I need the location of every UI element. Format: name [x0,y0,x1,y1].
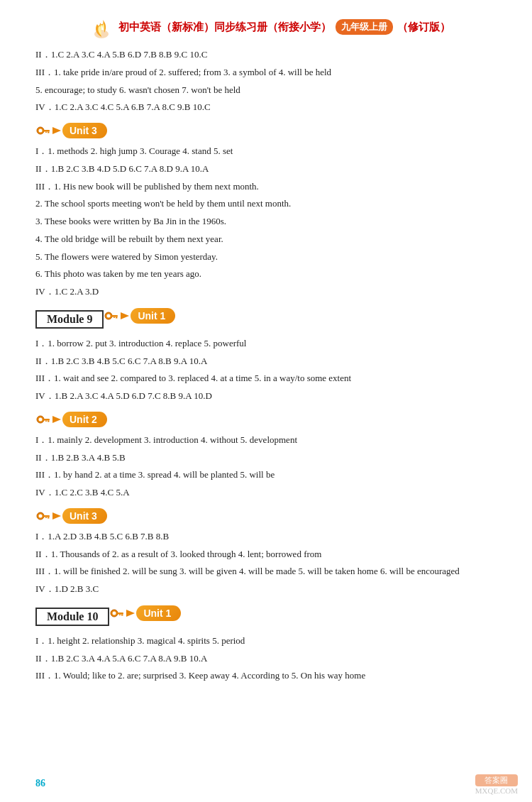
watermark: 答案圈 MXQE.COM [475,774,518,795]
answer-line: II．1.C 2.A 3.C 4.A 5.B 6.D 7.B 8.B 9.C 1… [35,47,504,63]
unit-label: Unit 2 [62,412,107,427]
content-area: II．1.C 2.A 3.C 4.A 5.B 6.D 7.B 8.B 9.C 1… [35,47,504,684]
header-icon [89,14,114,40]
arrow-icon [51,412,62,427]
page-header: 初中英语（新标准）同步练习册（衔接小学） 九年级上册 （修订版） [35,14,504,40]
svg-rect-3 [43,130,50,132]
key-icon [104,309,119,323]
answer-line: II．1.B 2.C 3.A 4.A 5.A 6.C 7.A 8.A 9.B 1… [35,651,504,667]
unit-label: Unit 1 [131,308,175,324]
unit-label: Unit 1 [136,605,181,621]
answer-line: III．1. His new book will be published by… [35,179,504,195]
svg-marker-18 [52,416,61,423]
key-icon [35,123,51,138]
unit-label: Unit 3 [62,508,107,524]
svg-rect-27 [117,613,123,615]
watermark-top: 答案圈 [475,774,518,786]
arrow-icon [125,606,136,620]
answer-line: III．1. Would; like to 2. are; surprised … [35,668,504,684]
answer-line: II．1.B 2.C 3.B 4.D 5.D 6.C 7.A 8.D 9.A 1… [35,161,504,177]
svg-point-20 [39,514,43,517]
svg-rect-4 [48,132,50,133]
answer-line: 5. The flowers were watered by Simon yes… [35,249,504,265]
answer-line: II．1.B 2.B 3.A 4.B 5.B [35,450,504,466]
key-icon [35,412,51,427]
answer-line: IV．1.C 2.A 3.C 4.C 5.A 6.B 7.A 8.C 9.B 1… [35,99,504,116]
svg-rect-10 [116,317,118,318]
answer-line: 4. The old bridge will be rebuilt by the… [35,231,504,248]
answer-line: I．1. methods 2. high jump 3. Courage 4. … [35,143,504,160]
answer-line: II．1. Thousands of 2. as a result of 3. … [35,546,504,563]
svg-rect-15 [43,419,50,421]
svg-rect-17 [45,420,47,422]
svg-rect-11 [113,317,115,318]
key-icon [35,509,51,523]
svg-point-2 [39,129,43,133]
svg-point-8 [107,314,111,317]
svg-rect-28 [121,614,123,615]
svg-rect-23 [45,517,47,518]
unit-badge: Unit 1 [104,308,175,324]
unit-badge: Unit 1 [109,605,181,621]
unit-badge: Unit 3 [35,508,107,524]
arrow-icon [51,123,62,138]
answer-line: II．1.B 2.C 3.B 4.B 5.C 6.C 7.A 8.B 9.A 1… [35,353,504,370]
module-box: Module 9 [35,310,104,329]
answer-line: I．1. mainly 2. development 3. introducti… [35,432,504,449]
svg-marker-12 [121,312,129,319]
key-icon [109,606,125,620]
answer-line: 5. encourage; to study 6. wasn't chosen … [35,82,504,99]
unit-badge: Unit 2 [35,412,107,427]
answer-line: 3. These books were written by Ba Jin in… [35,214,504,230]
header-title-left: 初中英语（新标准）同步练习册（衔接小学） [118,21,331,34]
svg-marker-30 [126,610,135,617]
answer-line: 6. This photo was taken by me ten years … [35,266,504,282]
answer-line: 2. The school sports meeting won't be he… [35,196,504,212]
svg-point-14 [39,417,43,421]
svg-rect-22 [48,517,50,518]
answer-line: I．1. height 2. relationship 3. magical 4… [35,633,504,649]
unit-label: Unit 3 [62,123,107,138]
arrow-icon [119,309,131,323]
svg-marker-24 [52,512,61,520]
answer-line: IV．1.C 2.C 3.B 4.C 5.A [35,485,504,501]
svg-point-26 [113,611,116,615]
watermark-bottom: MXQE.COM [475,786,518,795]
svg-rect-21 [43,515,50,517]
answer-line: IV．1.B 2.A 3.C 4.A 5.D 6.D 7.C 8.B 9.A 1… [35,388,504,405]
answer-line: III．1. will be finished 2. will be sung … [35,564,504,580]
svg-rect-5 [45,132,47,133]
svg-rect-29 [119,614,121,615]
arrow-icon [51,509,62,523]
svg-rect-9 [111,315,118,317]
answer-line: III．1. take pride in/are proud of 2. suf… [35,65,504,81]
header-title-right: （修订版） [397,21,450,34]
answer-line: I．1. borrow 2. put 3. introduction 4. re… [35,336,504,352]
svg-marker-6 [52,127,61,134]
unit-badge: Unit 3 [35,123,107,138]
page-number: 86 [35,778,45,789]
header-badge: 九年级上册 [336,19,393,35]
module-box: Module 10 [35,608,109,626]
svg-rect-16 [48,420,50,422]
answer-line: III．1. wait and see 2. compared to 3. re… [35,370,504,387]
answer-line: III．1. by hand 2. at a time 3. spread 4.… [35,467,504,483]
answer-line: I．1.A 2.D 3.B 4.B 5.C 6.B 7.B 8.B [35,529,504,545]
answer-line: IV．1.D 2.B 3.C [35,581,504,598]
answer-line: IV．1.C 2.A 3.D [35,284,504,300]
